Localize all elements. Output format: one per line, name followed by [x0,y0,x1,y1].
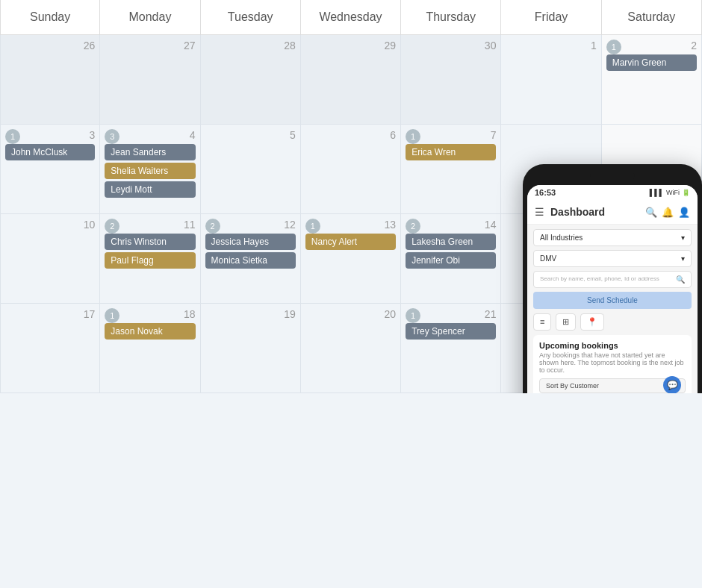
day-cell: 1 [501,35,601,125]
header-saturday: Saturday [602,0,702,35]
day-cell: 10 [0,214,100,304]
event-badge: 1 [305,219,320,234]
day-cell: 1 3 John McClusk [0,125,100,214]
day-cell: 6 [301,125,401,214]
header-friday: Friday [501,0,601,35]
day-cell: 30 [401,35,501,125]
event-badge: 3 [105,129,119,144]
tab-bar: ≡ ⊞ 📍 [533,313,692,331]
calendar-event[interactable]: Leydi Mott [105,181,195,198]
phone-time: 16:53 [535,188,556,197]
chat-button[interactable]: 💬 [663,376,681,393]
upcoming-title: Upcoming bookings [539,341,686,350]
day-cell: 2 14 Lakesha Green Jennifer Obi [401,214,501,304]
day-cell: 20 [301,304,401,393]
header-monday: Monday [100,0,200,35]
calendar-event[interactable]: Jean Sanders [105,144,195,160]
search-field[interactable]: Search by name, email, phone, Id or addr… [533,271,692,288]
list-tab[interactable]: ≡ [533,313,551,331]
day-cell: 17 [0,304,100,393]
grid-tab[interactable]: ⊞ [556,313,576,331]
calendar-event[interactable]: Jessica Hayes [205,234,296,250]
signal-icon: ▌▌▌ [650,189,664,196]
header-sunday: Sunday [0,0,100,35]
day-cell: 2 12 Jessica Hayes Monica Sietka [201,214,301,304]
day-cell: 29 [301,35,401,125]
all-industries-select[interactable]: All Industries ▾ [533,229,692,246]
status-icons: ▌▌▌ WiFi 🔋 [650,189,690,196]
day-cell: 1 13 Nancy Alert [301,214,401,304]
upcoming-desc: Any bookings that have not started yet a… [539,351,686,374]
day-cell: 28 [201,35,301,125]
battery-icon: 🔋 [682,189,690,196]
event-badge: 1 [105,308,119,323]
day-cell: 19 [201,304,301,393]
day-cell: 27 [100,35,200,125]
phone-mockup: 16:53 ▌▌▌ WiFi 🔋 ☰ Dashboard 🔍 🔔 👤 [523,164,702,393]
day-cell: 1 18 Jason Novak [100,304,200,393]
calendar-event[interactable]: Marvin Green [606,54,697,71]
day-cell: 1 21 Trey Spencer [401,304,501,393]
phone-body: All Industries ▾ DMV ▾ Search by name, e… [527,225,698,393]
event-badge: 1 [406,308,420,323]
event-badge: 1 [406,129,420,144]
dmv-select[interactable]: DMV ▾ [533,250,692,267]
event-badge: 2 [205,219,220,234]
event-badge: 1 [606,40,621,54]
day-cell: 5 [201,125,301,214]
chevron-down-icon: ▾ [681,234,685,242]
calendar-event[interactable]: Nancy Alert [305,234,396,250]
send-schedule-button[interactable]: Send Schedule [533,292,692,309]
calendar-container: Sunday Monday Tuesday Wednesday Thursday… [0,0,702,393]
calendar-header: Sunday Monday Tuesday Wednesday Thursday… [0,0,702,35]
phone-notch [590,173,635,179]
week-1: 26 27 28 29 30 1 1 2 Marvin Green [0,35,702,125]
day-cell: 2 11 Chris Winston Paul Flagg [100,214,200,304]
calendar-event[interactable]: Trey Spencer [406,323,496,340]
day-cell: 3 4 Jean Sanders Shelia Waiters Leydi Mo… [100,125,200,214]
calendar-event[interactable]: Lakesha Green [406,234,496,250]
calendar-event[interactable]: John McClusk [5,144,95,160]
calendar-event[interactable]: Jennifer Obi [406,252,496,269]
header-thursday: Thursday [401,0,501,35]
chevron-down-icon: ▾ [681,254,685,263]
nav-icons: 🔍 🔔 👤 [645,207,690,218]
event-badge: 2 [406,219,420,234]
phone-status-bar: 16:53 ▌▌▌ WiFi 🔋 [527,185,698,200]
notification-icon[interactable]: 🔔 [662,207,674,218]
dashboard-title: Dashboard [550,206,645,218]
day-cell: 26 [0,35,100,125]
wifi-icon: WiFi [666,189,680,196]
map-tab[interactable]: 📍 [580,313,604,331]
event-badge: 1 [5,129,20,144]
day-cell: 1 2 Marvin Green [602,35,702,125]
search-icon: 🔍 [676,275,685,284]
hamburger-icon[interactable]: ☰ [535,206,544,218]
header-wednesday: Wednesday [301,0,401,35]
calendar-event[interactable]: Chris Winston [105,234,195,250]
header-tuesday: Tuesday [201,0,301,35]
calendar-event[interactable]: Monica Sietka [205,252,296,269]
avatar-icon[interactable]: 👤 [678,207,690,218]
calendar-event[interactable]: Erica Wren [406,144,496,160]
calendar-event[interactable]: Jason Novak [105,323,195,340]
day-cell: 1 7 Erica Wren [401,125,501,214]
event-badge: 2 [105,219,119,234]
calendar-event[interactable]: Paul Flagg [105,252,195,269]
calendar-event[interactable]: Shelia Waiters [105,163,195,179]
search-icon[interactable]: 🔍 [645,207,657,218]
phone-nav-bar: ☰ Dashboard 🔍 🔔 👤 [527,200,698,225]
phone-screen: 16:53 ▌▌▌ WiFi 🔋 ☰ Dashboard 🔍 🔔 👤 [527,185,698,393]
